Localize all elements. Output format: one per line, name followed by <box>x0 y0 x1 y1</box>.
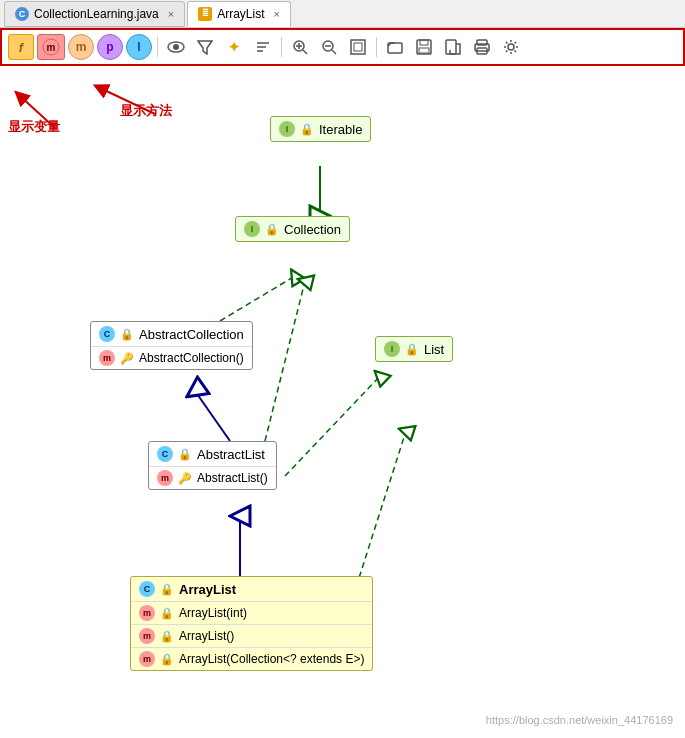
svg-point-3 <box>173 44 179 50</box>
node-arr-header: C 🔒 ArrayList <box>131 577 372 601</box>
btn-print[interactable] <box>469 34 495 60</box>
btn-show-hide[interactable] <box>163 34 189 60</box>
ac-lock-icon: 🔒 <box>120 328 134 341</box>
btn-fields[interactable]: f <box>8 34 34 60</box>
arraylist-method-0: m 🔒 ArrayList(int) <box>131 601 372 624</box>
tab-close-arraylist[interactable]: × <box>274 8 280 20</box>
tab-bar: C CollectionLearning.java × ≣ ArrayList … <box>0 0 685 28</box>
annotation-show-variables: 显示变量 <box>8 118 60 136</box>
arraylist-method-2: m 🔒 ArrayList(Collection<? extends E>) <box>131 647 372 670</box>
arr-badge: C <box>139 581 155 597</box>
iterable-badge: I <box>279 121 295 137</box>
btn-settings[interactable] <box>498 34 524 60</box>
collection-name: Collection <box>284 222 341 237</box>
ac-method-name: AbstractCollection() <box>139 351 244 365</box>
tab-arraylist[interactable]: ≣ ArrayList × <box>187 1 291 27</box>
svg-line-31 <box>195 391 230 441</box>
ac-name: AbstractCollection <box>139 327 244 342</box>
java-file-icon: C <box>15 7 29 21</box>
ac-badge: C <box>99 326 115 342</box>
node-abstract-collection[interactable]: C 🔒 AbstractCollection m 🔑 AbstractColle… <box>90 321 253 370</box>
svg-text:m: m <box>47 42 56 53</box>
arr-m0-name: ArrayList(int) <box>179 606 247 620</box>
arr-m2-icon: 🔒 <box>160 653 174 666</box>
svg-line-13 <box>332 50 336 54</box>
al-badge: C <box>157 446 173 462</box>
btn-methods-inherited[interactable]: m <box>37 34 65 60</box>
tab-close-collection[interactable]: × <box>168 8 174 20</box>
node-list[interactable]: I 🔒 List <box>375 336 453 362</box>
list-name: List <box>424 342 444 357</box>
diagram-area: 显示变量 显示方法 <box>0 66 685 734</box>
watermark: https://blog.csdn.net/weixin_44176169 <box>486 714 673 726</box>
btn-methods[interactable]: m <box>68 34 94 60</box>
toolbar-sep-3 <box>376 37 377 57</box>
collection-lock-icon: 🔒 <box>265 223 279 236</box>
svg-line-30 <box>220 276 295 321</box>
svg-rect-16 <box>354 43 362 51</box>
svg-rect-15 <box>351 40 365 54</box>
arraylist-method-1: m 🔒 ArrayList() <box>131 624 372 647</box>
btn-open[interactable] <box>382 34 408 60</box>
iterable-name: Iterable <box>319 122 362 137</box>
btn-interfaces[interactable]: I <box>126 34 152 60</box>
ac-method-badge: m <box>99 350 115 366</box>
al-name: AbstractList <box>197 447 265 462</box>
collection-badge: I <box>244 221 260 237</box>
node-list-header: I 🔒 List <box>376 337 452 361</box>
btn-properties[interactable]: p <box>97 34 123 60</box>
arr-m1-icon: 🔒 <box>160 630 174 643</box>
arr-m0-icon: 🔒 <box>160 607 174 620</box>
btn-zoom-out[interactable] <box>316 34 342 60</box>
list-badge: I <box>384 341 400 357</box>
toolbar-sep-2 <box>281 37 282 57</box>
node-abstract-list[interactable]: C 🔒 AbstractList m 🔑 AbstractList() <box>148 441 277 490</box>
ac-method-key-icon: 🔑 <box>120 352 134 365</box>
svg-rect-21 <box>446 40 456 54</box>
tab-label-collection: CollectionLearning.java <box>34 7 159 21</box>
node-collection-header: I 🔒 Collection <box>236 217 349 241</box>
arr-m2-name: ArrayList(Collection<? extends E>) <box>179 652 364 666</box>
node-iterable-header: I 🔒 Iterable <box>271 117 370 141</box>
tab-label-arraylist: ArrayList <box>217 7 264 21</box>
arr-m1-badge: m <box>139 628 155 644</box>
btn-sort[interactable] <box>250 34 276 60</box>
arr-m2-badge: m <box>139 651 155 667</box>
btn-fit[interactable] <box>345 34 371 60</box>
node-collection[interactable]: I 🔒 Collection <box>235 216 350 242</box>
node-ac-header: C 🔒 AbstractCollection <box>91 322 252 346</box>
node-iterable[interactable]: I 🔒 Iterable <box>270 116 371 142</box>
tab-collection-learning[interactable]: C CollectionLearning.java × <box>4 1 185 27</box>
node-ac-method: m 🔑 AbstractCollection() <box>91 346 252 369</box>
svg-line-32 <box>265 281 305 441</box>
node-arraylist[interactable]: C 🔒 ArrayList m 🔒 ArrayList(int) m 🔒 Arr… <box>130 576 373 671</box>
al-lock-icon: 🔒 <box>178 448 192 461</box>
iterable-lock-icon: 🔒 <box>300 123 314 136</box>
toolbar-sep-1 <box>157 37 158 57</box>
toolbar: f m m p I ✦ <box>0 28 685 66</box>
svg-line-33 <box>285 376 380 476</box>
arr-lock-icon: 🔒 <box>160 583 174 596</box>
annotation-show-methods: 显示方法 <box>120 102 172 120</box>
node-al-method: m 🔑 AbstractList() <box>149 466 276 489</box>
arr-name: ArrayList <box>179 582 236 597</box>
svg-line-9 <box>303 50 307 54</box>
btn-zoom-in[interactable] <box>287 34 313 60</box>
al-method-badge: m <box>157 470 173 486</box>
svg-marker-4 <box>198 41 212 54</box>
node-al-header: C 🔒 AbstractList <box>149 442 276 466</box>
btn-export[interactable] <box>440 34 466 60</box>
btn-highlight[interactable]: ✦ <box>221 34 247 60</box>
al-method-key-icon: 🔑 <box>178 472 192 485</box>
btn-save[interactable] <box>411 34 437 60</box>
arr-m1-name: ArrayList() <box>179 629 234 643</box>
list-lock-icon: 🔒 <box>405 343 419 356</box>
btn-filter[interactable] <box>192 34 218 60</box>
svg-point-25 <box>508 44 514 50</box>
svg-rect-20 <box>419 48 429 53</box>
al-method-name: AbstractList() <box>197 471 268 485</box>
arr-m0-badge: m <box>139 605 155 621</box>
uml-file-icon: ≣ <box>198 7 212 21</box>
